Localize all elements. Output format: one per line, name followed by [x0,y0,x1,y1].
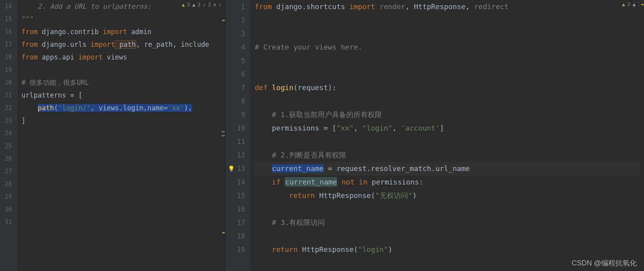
chevron-up-icon[interactable]: ʌ [213,2,216,8]
editor-right[interactable]: 123456789101112💡13141516171819 from djan… [226,0,644,271]
scrollbar-left[interactable] [220,0,225,271]
editor-pane-left: 141516171819202122232425262728293031 2. … [0,0,226,271]
intention-bulb-icon[interactable]: 💡 [228,162,235,175]
split-editor: 141516171819202122232425262728293031 2. … [0,0,644,271]
weak-count: 2 [198,2,201,8]
warning-count: 3 [187,2,190,8]
ok-icon: ✔ [203,2,206,8]
warning-icon: ▲ [622,2,625,7]
editor-left[interactable]: 141516171819202122232425262728293031 2. … [0,0,225,271]
watermark: CSDN @编程抗氧化 [572,258,637,268]
inspection-widget-right[interactable]: ▲2 ▲1 [622,2,641,7]
warning-icon: ▲ [182,2,185,8]
gutter-right[interactable]: 123456789101112💡13141516171819 [226,0,251,271]
gutter-left[interactable]: 141516171819202122232425262728293031 [0,0,17,271]
inspection-widget-left[interactable]: ▲3 ▲2 ✔2 ʌ v [182,2,222,8]
ok-count: 2 [208,2,211,8]
editor-pane-right: 123456789101112💡13141516171819 from djan… [226,0,644,271]
warning-count: 2 [627,2,630,7]
code-left[interactable]: 2. Add a URL to urlpatterns:"""from djan… [17,0,225,271]
weak-warning-icon: ▲ [633,2,636,7]
code-right[interactable]: from django.shortcuts import render, Htt… [251,0,644,271]
weak-warning-icon: ▲ [192,2,195,8]
scrollbar-right[interactable] [639,0,644,271]
